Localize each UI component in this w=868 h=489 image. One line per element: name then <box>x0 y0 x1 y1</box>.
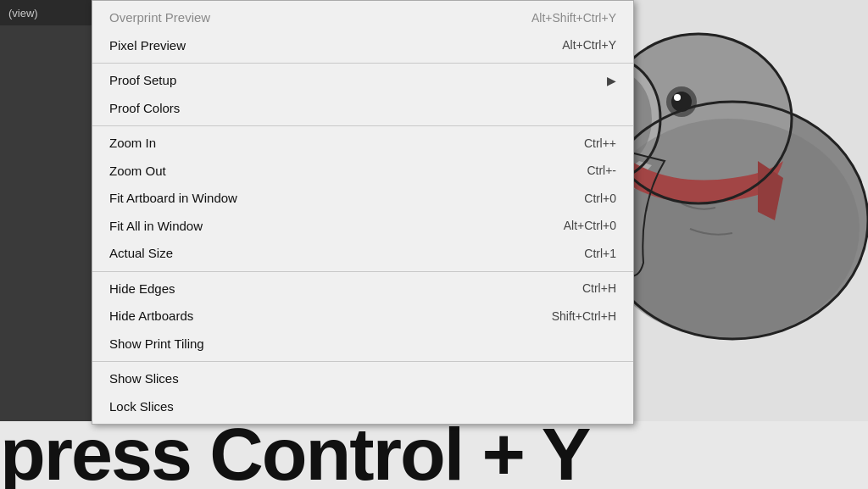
bottom-text-area: press Control + Y <box>0 421 868 489</box>
menu-item-hide-artboards[interactable]: Hide Artboards Shift+Ctrl+H <box>92 303 633 331</box>
svg-point-8 <box>597 119 860 339</box>
svg-point-7 <box>674 94 681 101</box>
menu-label-hide-edges: Hide Edges <box>109 280 175 299</box>
menu-label-overprint-preview: Overprint Preview <box>109 8 210 28</box>
menu-label-lock-slices: Lock Slices <box>109 397 174 417</box>
shortcut-zoom-in: Ctrl++ <box>584 135 616 153</box>
separator-1 <box>92 63 633 64</box>
menu-item-lock-slices[interactable]: Lock Slices <box>92 393 633 421</box>
menu-label-proof-setup: Proof Setup <box>109 71 176 91</box>
menu-item-show-slices[interactable]: Show Slices <box>92 365 633 393</box>
menu-item-show-print-tiling[interactable]: Show Print Tiling <box>92 331 633 358</box>
shortcut-pixel-preview: Alt+Ctrl+Y <box>562 36 616 54</box>
separator-4 <box>92 361 633 362</box>
menu-label-fit-all: Fit All in Window <box>109 217 203 236</box>
menu-item-fit-all[interactable]: Fit All in Window Alt+Ctrl+0 <box>92 213 633 241</box>
menu-item-actual-size[interactable]: Actual Size Ctrl+1 <box>92 240 633 268</box>
menu-label-proof-colors: Proof Colors <box>109 99 180 119</box>
dropdown-menu: Overprint Preview Alt+Shift+Ctrl+Y Pixel… <box>92 0 634 425</box>
shortcut-fit-all: Alt+Ctrl+0 <box>564 217 616 235</box>
menu-item-zoom-in[interactable]: Zoom In Ctrl++ <box>92 130 633 158</box>
shortcut-actual-size: Ctrl+1 <box>584 245 616 263</box>
menu-label-zoom-in: Zoom In <box>109 134 156 153</box>
menu-label-zoom-out: Zoom Out <box>109 162 166 181</box>
menu-label-show-print-tiling: Show Print Tiling <box>109 335 204 354</box>
shortcut-zoom-out: Ctrl+- <box>587 162 616 180</box>
shortcut-overprint-preview: Alt+Shift+Ctrl+Y <box>531 9 616 27</box>
arrow-icon-proof-setup: ▶ <box>607 72 616 90</box>
separator-2 <box>92 125 633 126</box>
menu-item-proof-setup[interactable]: Proof Setup ▶ <box>92 67 633 95</box>
menu-label-fit-artboard: Fit Artboard in Window <box>109 189 237 208</box>
menu-label-hide-artboards: Hide Artboards <box>109 307 193 326</box>
bottom-big-text: press Control + Y <box>0 421 589 489</box>
shortcut-fit-artboard: Ctrl+0 <box>584 190 616 208</box>
menu-item-overprint-preview[interactable]: Overprint Preview Alt+Shift+Ctrl+Y <box>92 4 633 32</box>
shortcut-hide-edges: Ctrl+H <box>582 280 616 297</box>
separator-3 <box>92 271 633 272</box>
menu-label-show-slices: Show Slices <box>109 370 179 389</box>
shortcut-hide-artboards: Shift+Ctrl+H <box>552 308 616 325</box>
menu-label-actual-size: Actual Size <box>109 244 173 264</box>
menu-item-hide-edges[interactable]: Hide Edges Ctrl+H <box>92 275 633 303</box>
menu-label-pixel-preview: Pixel Preview <box>109 36 186 56</box>
view-menu-label[interactable]: (view) <box>0 0 93 25</box>
menu-item-pixel-preview[interactable]: Pixel Preview Alt+Ctrl+Y <box>92 32 633 60</box>
menu-item-zoom-out[interactable]: Zoom Out Ctrl+- <box>92 158 633 186</box>
menu-item-fit-artboard[interactable]: Fit Artboard in Window Ctrl+0 <box>92 185 633 213</box>
menu-item-proof-colors[interactable]: Proof Colors <box>92 95 633 123</box>
